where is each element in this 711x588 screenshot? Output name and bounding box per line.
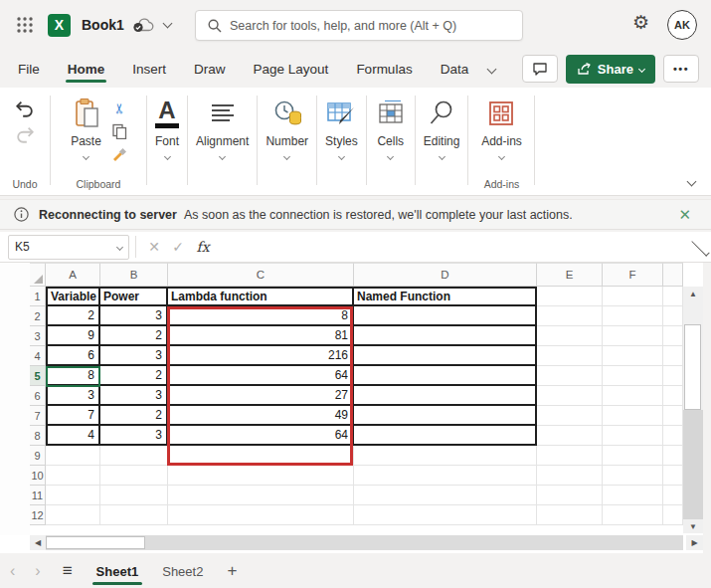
scroll-right-icon[interactable]: ▶: [686, 535, 703, 550]
row-header-7[interactable]: 7: [30, 406, 46, 426]
cell-E4[interactable]: [537, 346, 603, 366]
cell-C6[interactable]: 27: [168, 386, 354, 406]
excel-logo-icon[interactable]: X: [48, 14, 71, 37]
cell-A1[interactable]: Variable 1: [46, 287, 100, 306]
row-header-8[interactable]: 8: [30, 426, 46, 446]
search-box[interactable]: [195, 10, 523, 41]
tab-file[interactable]: File: [16, 54, 42, 85]
cell-D2[interactable]: [354, 306, 537, 326]
cell-F9[interactable]: [603, 446, 663, 466]
cell-C10[interactable]: [168, 466, 354, 486]
add-sheet-button[interactable]: +: [215, 561, 249, 581]
cell-B10[interactable]: [100, 466, 168, 486]
cell-E10[interactable]: [537, 466, 603, 486]
share-button[interactable]: Share: [566, 55, 655, 84]
cell-C2[interactable]: 8: [168, 306, 354, 326]
vertical-scrollbar[interactable]: ▲ ▼: [683, 287, 703, 533]
cell-E2[interactable]: [537, 306, 603, 326]
paste-button[interactable]: Paste: [69, 96, 103, 159]
cell-A9[interactable]: [46, 446, 100, 466]
tab-insert[interactable]: Insert: [130, 54, 168, 85]
col-header-C[interactable]: C: [168, 263, 354, 287]
cell-E7[interactable]: [537, 406, 603, 426]
cell-G10[interactable]: [663, 466, 683, 486]
scroll-down-icon[interactable]: ▼: [683, 519, 703, 533]
vertical-scroll-track[interactable]: [683, 410, 703, 519]
cell-B2[interactable]: 3: [100, 306, 168, 326]
cell-E12[interactable]: [537, 505, 603, 525]
cell-E1[interactable]: [537, 287, 603, 306]
cell-B7[interactable]: 2: [100, 406, 168, 426]
cells-menu-button[interactable]: Cells: [367, 96, 415, 159]
insert-function-icon[interactable]: fx: [190, 239, 216, 255]
formula-input[interactable]: [216, 232, 690, 262]
cell-G1[interactable]: [663, 287, 683, 306]
cell-F6[interactable]: [603, 386, 663, 406]
font-menu-button[interactable]: A Font: [147, 96, 187, 159]
cell-D7[interactable]: [354, 406, 537, 426]
tab-data[interactable]: Data: [439, 54, 471, 85]
next-sheet-chevron-icon[interactable]: ›: [25, 562, 50, 580]
redo-button[interactable]: [14, 121, 36, 147]
cell-F10[interactable]: [603, 466, 663, 486]
undo-button[interactable]: [14, 96, 36, 121]
cell-A5[interactable]: 8: [46, 366, 100, 386]
name-box[interactable]: K5: [8, 235, 129, 260]
cell-A12[interactable]: [46, 505, 100, 525]
editing-menu-button[interactable]: Editing: [416, 96, 468, 159]
cell-E8[interactable]: [537, 426, 603, 446]
row-header-11[interactable]: 11: [30, 486, 46, 505]
cell-A7[interactable]: 7: [46, 406, 100, 426]
tab-home[interactable]: Home: [66, 54, 107, 85]
cell-C9[interactable]: [168, 446, 354, 466]
cell-C3[interactable]: 81: [168, 326, 354, 346]
cell-F7[interactable]: [603, 406, 663, 426]
cell-G11[interactable]: [663, 486, 683, 505]
col-header-partial[interactable]: [663, 263, 683, 287]
cell-D8[interactable]: [354, 426, 537, 446]
cell-B12[interactable]: [100, 505, 168, 525]
format-painter-button[interactable]: [110, 145, 128, 163]
row-header-4[interactable]: 4: [30, 346, 46, 366]
cell-F3[interactable]: [603, 326, 663, 346]
cell-G4[interactable]: [663, 346, 683, 366]
scroll-up-icon[interactable]: ▲: [683, 287, 703, 300]
cell-D6[interactable]: [354, 386, 537, 406]
cell-B1[interactable]: Power: [100, 287, 168, 306]
row-header-2[interactable]: 2: [30, 306, 46, 326]
cell-A2[interactable]: 2: [46, 306, 100, 326]
cell-B5[interactable]: 2: [100, 366, 168, 386]
row-header-9[interactable]: 9: [30, 446, 46, 466]
cell-A4[interactable]: 6: [46, 346, 100, 366]
cell-G9[interactable]: [663, 446, 683, 466]
cut-button[interactable]: ✂: [110, 99, 128, 117]
comments-button[interactable]: [522, 55, 558, 83]
row-header-1[interactable]: 1: [30, 287, 46, 306]
cell-C5[interactable]: 64: [168, 366, 354, 386]
cell-D1[interactable]: Named Function: [354, 287, 537, 306]
expand-formula-bar-chevron-icon[interactable]: [691, 238, 709, 256]
scroll-left-icon[interactable]: ◀: [30, 535, 46, 550]
cell-G7[interactable]: [663, 406, 683, 426]
styles-menu-button[interactable]: Styles: [317, 96, 366, 159]
cell-A10[interactable]: [46, 466, 100, 486]
ribbon-options-button[interactable]: •••: [663, 55, 699, 83]
row-header-5[interactable]: 5: [30, 366, 46, 386]
cell-C1[interactable]: Lambda function: [168, 287, 354, 306]
cell-D3[interactable]: [354, 326, 537, 346]
account-avatar[interactable]: AK: [667, 10, 697, 40]
cell-B11[interactable]: [100, 486, 168, 505]
sheet-tab-sheet1[interactable]: Sheet1: [85, 558, 151, 585]
cell-B4[interactable]: 3: [100, 346, 168, 366]
cell-G8[interactable]: [663, 426, 683, 446]
addins-button[interactable]: Add-ins: [473, 96, 530, 159]
cell-B8[interactable]: 3: [100, 426, 168, 446]
cell-E6[interactable]: [537, 386, 603, 406]
cell-F5[interactable]: [603, 366, 663, 386]
cell-E3[interactable]: [537, 326, 603, 346]
horizontal-scroll-thumb[interactable]: [46, 536, 145, 549]
sheet-tab-sheet2[interactable]: Sheet2: [150, 558, 215, 585]
cell-G5[interactable]: [663, 366, 683, 386]
col-header-E[interactable]: E: [537, 263, 603, 287]
search-input[interactable]: [230, 19, 522, 33]
